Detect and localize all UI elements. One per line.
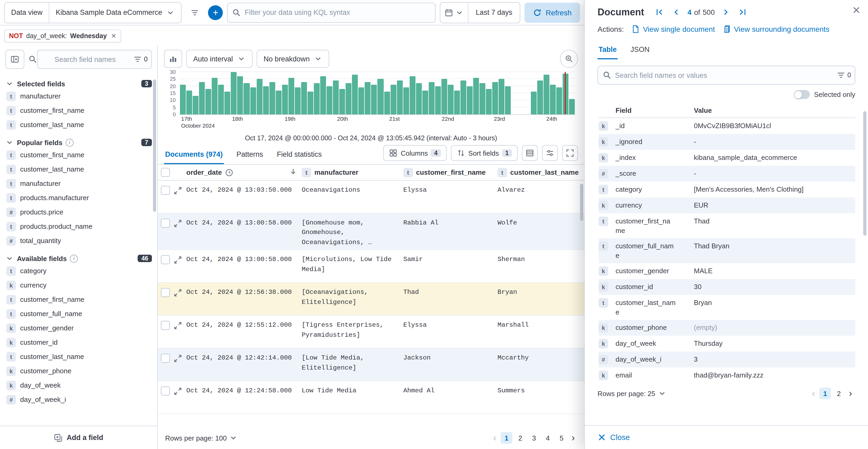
flyout-page-1[interactable]: 1 [819,388,831,399]
data-view-picker[interactable]: Kibana Sample Data eCommerce [50,2,181,23]
chart-options-button[interactable] [560,50,578,68]
field-list-item[interactable]: #total_quantity [5,234,152,248]
grid-page-2[interactable]: 2 [515,432,526,444]
grid-column-header[interactable]: order_date [186,167,302,177]
field-list-item[interactable]: tcustomer_last_name [5,118,152,132]
expand-row-icon[interactable] [174,219,182,228]
document-field-row[interactable]: tcustomer_last_nameBryan [598,295,855,320]
histogram-bar[interactable] [422,90,428,114]
row-checkbox[interactable] [161,219,170,228]
histogram-bar[interactable] [569,99,575,114]
histogram-bar[interactable] [327,86,332,114]
flyout-rows-per-page-select[interactable]: Rows per page: 25 [597,389,666,398]
filter-pill[interactable]: NOT day_of_week: Wednesday ✕ [4,30,121,42]
histogram-bar[interactable] [479,83,485,114]
histogram-bar[interactable] [454,90,460,114]
histogram-bar[interactable] [320,76,326,114]
document-field-row[interactable]: kemailthad@bryan-family.zzz [598,368,855,384]
field-list-item[interactable]: tmanufacturer [5,89,152,103]
grid-column-header[interactable]: tcustomer_first_name [403,168,497,177]
document-field-row[interactable]: tcategory[Men's Accessories, Men's Cloth… [598,182,855,198]
document-field-row[interactable]: kcustomer_genderMALE [598,263,855,279]
histogram-bar[interactable] [493,82,498,114]
expand-row-icon[interactable] [174,186,182,194]
histogram-bar[interactable] [250,88,256,114]
field-list-item[interactable]: tcategory [5,264,152,278]
sort-desc-icon[interactable] [289,167,298,176]
histogram-bar[interactable] [244,83,250,114]
document-field-row[interactable]: #_score- [598,166,855,182]
breakdown-select[interactable]: No breakdown [257,50,329,68]
expand-row-icon[interactable] [174,387,182,395]
field-list-item[interactable]: tproducts.manufacturer [5,190,152,205]
histogram-bar[interactable] [225,92,230,114]
close-flyout-button[interactable]: Close [597,433,630,442]
expand-row-icon[interactable] [174,321,182,330]
document-field-row[interactable]: k_id0MvCvZIB9B3fOMiAU1cl [598,118,855,134]
document-field-row[interactable]: kcustomer_phone(empty) [598,320,855,336]
field-list-item[interactable]: tcustomer_first_name [5,148,152,162]
document-field-row[interactable]: tcustomer_first_nameThad [598,213,855,238]
flyout-close-button[interactable] [851,5,862,16]
row-checkbox[interactable] [161,354,170,363]
histogram-bar[interactable] [429,82,435,114]
auto-interval-select[interactable]: Auto interval [186,50,252,68]
grid-prev-page-button[interactable]: ‹ [491,432,499,444]
histogram-bar[interactable] [384,92,390,114]
row-checkbox[interactable] [161,256,170,265]
field-filter-button[interactable]: 0 [133,55,148,63]
histogram-bar[interactable] [435,86,441,114]
field-list-item[interactable]: kday_of_week [5,378,152,392]
field-list-item[interactable]: tcustomer_first_name [5,292,152,306]
previous-document-button[interactable] [671,6,682,18]
field-list-item[interactable]: tmanufacturer [5,176,152,190]
histogram-bar[interactable] [333,81,339,114]
document-field-row[interactable]: kcustomer_id30 [598,279,855,295]
histogram-bar[interactable] [301,82,307,114]
field-list-item[interactable]: tcustomer_first_name [5,103,152,118]
flyout-page-2[interactable]: 2 [833,388,845,399]
histogram-bar[interactable] [288,78,294,114]
histogram-bar[interactable] [390,85,396,114]
histogram-bar[interactable] [269,82,275,114]
histogram-bar[interactable] [499,79,505,114]
fullscreen-button[interactable] [562,145,578,161]
field-list-item[interactable]: #products.price [5,205,152,219]
table-row[interactable]: Oct 24, 2024 @ 12:56:38.000[Oceanavigati… [158,283,584,316]
document-field-row[interactable]: #day_of_week_i3 [598,352,855,368]
histogram-bar[interactable] [403,88,409,114]
field-list-item[interactable]: kcustomer_phone [5,364,152,378]
flyout-prev-page-button[interactable]: ‹ [810,388,817,399]
histogram-bar[interactable] [365,82,371,114]
table-row[interactable]: Oct 24, 2024 @ 12:55:12.000[Tigress Ente… [158,316,584,349]
histogram-bar[interactable] [193,96,198,114]
tab-field-statistics[interactable]: Field statistics [276,145,323,164]
field-list-item[interactable]: tcustomer_full_name [5,306,152,321]
expand-row-icon[interactable] [174,256,182,264]
field-section-header[interactable]: Popular fieldsi7 [5,137,152,148]
grid-next-page-button[interactable]: › [569,432,577,444]
table-row[interactable]: Oct 24, 2024 @ 13:00:58.000[Gnomehouse m… [158,213,584,250]
histogram-bar[interactable] [314,83,320,114]
histogram-bar[interactable] [205,89,211,114]
selected-only-toggle[interactable] [794,90,810,99]
histogram-bar[interactable] [371,85,377,114]
saved-query-menu-button[interactable] [186,3,204,22]
flyout-scrollbar[interactable] [863,111,866,236]
grid-column-header[interactable]: tcustomer_last_name [497,168,584,177]
histogram-bar[interactable] [448,85,454,114]
table-row[interactable]: Oct 24, 2024 @ 13:00:58.000[Microlutions… [158,250,584,283]
flyout-filter-button[interactable]: 0 [837,71,851,80]
histogram-bar[interactable] [295,88,301,114]
columns-button[interactable]: Columns 4 [383,145,446,161]
next-document-button[interactable] [720,6,732,18]
histogram-bar[interactable] [461,81,466,114]
histogram-bar[interactable] [531,92,536,114]
row-checkbox[interactable] [161,387,170,396]
tab-documents-974-[interactable]: Documents (974) [164,145,224,164]
flyout-tab-json[interactable]: JSON [629,41,651,59]
field-list-item[interactable]: kcustomer_gender [5,321,152,335]
sidebar-scrollbar[interactable] [153,80,156,212]
histogram-bar[interactable] [486,89,492,114]
rows-per-page-select[interactable]: Rows per page: 100 [165,433,238,442]
